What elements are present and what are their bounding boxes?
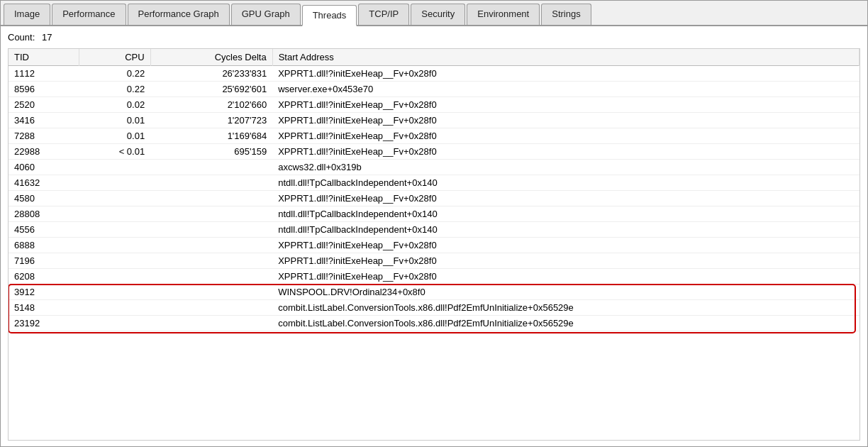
cell-cpu: 0.01 [79,113,150,128]
cell-start_address: ntdll.dll!TpCallbackIndependent+0x140 [272,222,859,238]
cell-cpu: 0.22 [79,66,150,82]
cell-tid: 6888 [9,238,79,253]
cell-tid: 22988 [9,144,79,160]
cell-cpu [79,269,150,285]
table-row[interactable]: 6888XPPRT1.dll!?initExeHeap__Fv+0x28f0 [9,238,859,253]
main-window: ImagePerformancePerformance GraphGPU Gra… [0,0,868,447]
table-row[interactable]: 7196XPPRT1.dll!?initExeHeap__Fv+0x28f0 [9,253,859,269]
cell-tid: 28808 [9,206,79,222]
cell-cpu [79,238,150,253]
cell-cycles_delta [150,160,272,175]
col-header-cpu[interactable]: CPU [79,49,150,66]
cell-cpu: 0.01 [79,128,150,144]
table-row[interactable]: 6208XPPRT1.dll!?initExeHeap__Fv+0x28f0 [9,269,859,285]
table-row[interactable]: 3912WINSPOOL.DRV!Ordinal234+0x8f0 [9,285,859,300]
cell-cycles_delta: 2'102'660 [150,97,272,113]
cell-tid: 8596 [9,82,79,97]
table-row[interactable]: 4060axcws32.dll+0x319b [9,160,859,175]
table-row[interactable]: 23192combit.ListLabel.ConversionTools.x8… [9,316,859,331]
cell-start_address: ntdll.dll!TpCallbackIndependent+0x140 [272,175,859,191]
tab-tcp-ip[interactable]: TCP/IP [358,4,409,25]
cell-cpu [79,222,150,238]
cell-start_address: axcws32.dll+0x319b [272,160,859,175]
cell-cpu [79,316,150,331]
cell-start_address: wserver.exe+0x453e70 [272,82,859,97]
cell-start_address: XPPRT1.dll!?initExeHeap__Fv+0x28f0 [272,113,859,128]
count-value: 17 [42,32,52,43]
threads-table: TIDCPUCycles DeltaStart Address 11120.22… [9,49,859,331]
cell-cpu: 0.22 [79,82,150,97]
cell-cycles_delta [150,206,272,222]
cell-start_address: XPPRT1.dll!?initExeHeap__Fv+0x28f0 [272,128,859,144]
cell-start_address: XPPRT1.dll!?initExeHeap__Fv+0x28f0 [272,253,859,269]
tab-performance-graph[interactable]: Performance Graph [128,4,230,25]
cell-cycles_delta: 695'159 [150,144,272,160]
table-row[interactable]: 72880.011'169'684XPPRT1.dll!?initExeHeap… [9,128,859,144]
cell-tid: 3416 [9,113,79,128]
count-row: Count: 17 [8,32,860,43]
cell-tid: 5148 [9,300,79,316]
cell-start_address: XPPRT1.dll!?initExeHeap__Fv+0x28f0 [272,144,859,160]
table-row[interactable]: 22988< 0.01695'159XPPRT1.dll!?initExeHea… [9,144,859,160]
cell-cycles_delta [150,238,272,253]
cell-cycles_delta: 26'233'831 [150,66,272,82]
cell-tid: 41632 [9,175,79,191]
cell-tid: 23192 [9,316,79,331]
cell-cycles_delta [150,222,272,238]
tab-security[interactable]: Security [411,4,465,25]
cell-cycles_delta: 1'207'723 [150,113,272,128]
tab-threads[interactable]: Threads [302,5,357,26]
cell-cycles_delta [150,253,272,269]
cell-cpu [79,206,150,222]
table-row[interactable]: 85960.2225'692'601wserver.exe+0x453e70 [9,82,859,97]
table-row[interactable]: 4580XPPRT1.dll!?initExeHeap__Fv+0x28f0 [9,191,859,206]
cell-tid: 7196 [9,253,79,269]
cell-cycles_delta [150,175,272,191]
cell-tid: 4580 [9,191,79,206]
cell-cpu: < 0.01 [79,144,150,160]
cell-cpu [79,253,150,269]
table-row[interactable]: 11120.2226'233'831XPPRT1.dll!?initExeHea… [9,66,859,82]
cell-start_address: XPPRT1.dll!?initExeHeap__Fv+0x28f0 [272,66,859,82]
tab-environment[interactable]: Environment [467,4,540,25]
cell-cpu: 0.02 [79,97,150,113]
table-row[interactable]: 25200.022'102'660XPPRT1.dll!?initExeHeap… [9,97,859,113]
content-area: Count: 17 TIDCPUCycles DeltaStart Addres… [1,26,867,446]
table-row[interactable]: 34160.011'207'723XPPRT1.dll!?initExeHeap… [9,113,859,128]
tab-gpu-graph[interactable]: GPU Graph [231,4,301,25]
col-header-start_address[interactable]: Start Address [272,49,859,66]
cell-cpu [79,285,150,300]
col-header-cycles_delta[interactable]: Cycles Delta [150,49,272,66]
cell-cpu [79,191,150,206]
cell-tid: 1112 [9,66,79,82]
cell-cycles_delta: 1'169'684 [150,128,272,144]
cell-cpu [79,160,150,175]
cell-cycles_delta [150,285,272,300]
cell-start_address: combit.ListLabel.ConversionTools.x86.dll… [272,316,859,331]
tab-bar: ImagePerformancePerformance GraphGPU Gra… [1,1,867,26]
cell-tid: 2520 [9,97,79,113]
table-row[interactable]: 5148combit.ListLabel.ConversionTools.x86… [9,300,859,316]
table-container[interactable]: TIDCPUCycles DeltaStart Address 11120.22… [8,48,860,441]
cell-start_address: WINSPOOL.DRV!Ordinal234+0x8f0 [272,285,859,300]
cell-cycles_delta [150,300,272,316]
table-row[interactable]: 28808ntdll.dll!TpCallbackIndependent+0x1… [9,206,859,222]
cell-cycles_delta [150,191,272,206]
cell-cycles_delta: 25'692'601 [150,82,272,97]
cell-tid: 6208 [9,269,79,285]
cell-tid: 4556 [9,222,79,238]
cell-start_address: combit.ListLabel.ConversionTools.x86.dll… [272,300,859,316]
table-row[interactable]: 4556ntdll.dll!TpCallbackIndependent+0x14… [9,222,859,238]
tab-performance[interactable]: Performance [52,4,126,25]
cell-tid: 7288 [9,128,79,144]
cell-cycles_delta [150,316,272,331]
tab-image[interactable]: Image [4,4,50,25]
cell-cpu [79,175,150,191]
tab-strings[interactable]: Strings [541,4,591,25]
cell-tid: 4060 [9,160,79,175]
table-header-row: TIDCPUCycles DeltaStart Address [9,49,859,66]
col-header-tid[interactable]: TID [9,49,79,66]
cell-start_address: XPPRT1.dll!?initExeHeap__Fv+0x28f0 [272,269,859,285]
table-row[interactable]: 41632ntdll.dll!TpCallbackIndependent+0x1… [9,175,859,191]
cell-start_address: XPPRT1.dll!?initExeHeap__Fv+0x28f0 [272,191,859,206]
